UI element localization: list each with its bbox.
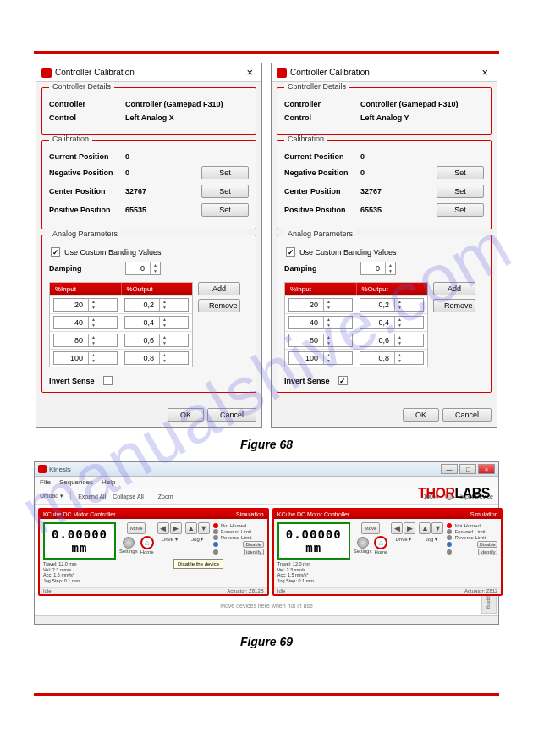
spin-up-icon[interactable]: ▲ <box>395 317 404 323</box>
spin-down-icon[interactable]: ▼ <box>324 323 333 328</box>
spin-down-icon[interactable]: ▼ <box>89 323 98 328</box>
input-spinner[interactable]: 80▲▼ <box>288 334 353 347</box>
drive-right-button[interactable]: ▶ <box>404 522 415 534</box>
set-positive-button[interactable]: Set <box>437 203 484 217</box>
expand-all-button[interactable]: Expand All <box>78 494 106 499</box>
input-spinner[interactable]: 40▲▼ <box>53 316 118 329</box>
output-spinner[interactable]: 0,2▲▼ <box>360 298 424 312</box>
spin-down-icon[interactable]: ▼ <box>89 358 98 364</box>
drive-label[interactable]: Drive ▾ <box>162 536 178 542</box>
drive-label[interactable]: Drive ▾ <box>396 536 412 542</box>
set-positive-button[interactable]: Set <box>201 203 249 217</box>
menu-sequences[interactable]: Sequences <box>59 478 93 486</box>
set-negative-button[interactable]: Set <box>437 166 484 179</box>
spin-up-icon[interactable]: ▲ <box>160 317 169 323</box>
output-spinner[interactable]: 0,6▲▼ <box>360 334 424 347</box>
spin-up-icon[interactable]: ▲ <box>395 334 404 340</box>
maximize-button[interactable]: □ <box>459 464 476 474</box>
spin-up-icon[interactable]: ▲ <box>324 334 333 340</box>
output-spinner[interactable]: 0,8▲▼ <box>124 351 189 365</box>
spin-up-icon[interactable]: ▲ <box>89 299 98 305</box>
input-spinner[interactable]: 40▲▼ <box>288 316 353 329</box>
move-button[interactable]: Move <box>127 522 146 534</box>
input-spinner[interactable]: 20▲▼ <box>288 298 353 312</box>
input-spinner[interactable]: 20▲▼ <box>53 298 118 312</box>
identify-button[interactable]: Identify <box>244 549 264 555</box>
invert-sense-checkbox[interactable]: ✓ <box>338 376 348 385</box>
jog-label[interactable]: Jog ▾ <box>426 536 437 542</box>
spin-down-icon[interactable]: ▼ <box>395 340 404 346</box>
spin-down-icon[interactable]: ▼ <box>395 323 404 328</box>
spin-down-icon[interactable]: ▼ <box>395 358 404 364</box>
unload-menu[interactable]: Unload ▾ <box>40 493 63 499</box>
ok-button[interactable]: OK <box>403 408 439 422</box>
damping-spinner[interactable]: 0▲▼ <box>125 262 161 275</box>
spin-down-icon[interactable]: ▼ <box>324 305 333 311</box>
spin-down-icon[interactable]: ▼ <box>151 268 160 274</box>
output-spinner[interactable]: 0,6▲▼ <box>124 334 189 347</box>
spin-down-icon[interactable]: ▼ <box>160 358 169 364</box>
input-spinner[interactable]: 100▲▼ <box>53 351 118 365</box>
drive-left-button[interactable]: ◀ <box>391 522 403 534</box>
disable-button[interactable]: Disable <box>243 541 263 548</box>
use-custom-checkbox[interactable]: ✓ <box>51 247 60 257</box>
output-spinner[interactable]: 0,2▲▼ <box>124 298 189 312</box>
cancel-button[interactable]: Cancel <box>442 408 492 422</box>
collapse-all-button[interactable]: Collapse All <box>113 494 144 499</box>
move-button[interactable]: Move <box>361 522 380 534</box>
spin-up-icon[interactable]: ▲ <box>89 317 98 323</box>
spin-up-icon[interactable]: ▲ <box>160 352 169 358</box>
home-button[interactable]: ⌂ <box>140 536 154 549</box>
spin-up-icon[interactable]: ▲ <box>324 299 333 305</box>
output-spinner[interactable]: 0,4▲▼ <box>124 316 189 329</box>
invert-sense-checkbox[interactable] <box>103 376 113 385</box>
output-spinner[interactable]: 0,4▲▼ <box>360 316 424 329</box>
set-center-button[interactable]: Set <box>201 185 249 198</box>
damping-spinner[interactable]: 0▲▼ <box>360 262 396 275</box>
drive-left-button[interactable]: ◀ <box>157 522 169 534</box>
set-center-button[interactable]: Set <box>437 185 484 198</box>
jog-down-button[interactable]: ▼ <box>198 522 210 534</box>
spin-up-icon[interactable]: ▲ <box>151 262 160 268</box>
home-button[interactable]: ⌂ <box>374 536 387 549</box>
spin-up-icon[interactable]: ▲ <box>324 317 333 323</box>
spin-up-icon[interactable]: ▲ <box>386 262 395 268</box>
jog-down-button[interactable]: ▼ <box>431 522 443 534</box>
cancel-button[interactable]: Cancel <box>207 408 256 422</box>
jog-up-button[interactable]: ▲ <box>419 522 431 534</box>
spin-up-icon[interactable]: ▲ <box>89 334 98 340</box>
spin-up-icon[interactable]: ▲ <box>160 334 169 340</box>
add-button[interactable]: Add <box>433 282 475 295</box>
output-spinner[interactable]: 0,8▲▼ <box>360 351 424 365</box>
use-custom-checkbox[interactable]: ✓ <box>286 247 295 257</box>
spin-down-icon[interactable]: ▼ <box>160 323 169 328</box>
close-icon[interactable]: × <box>478 66 492 79</box>
spin-down-icon[interactable]: ▼ <box>386 268 395 274</box>
spin-down-icon[interactable]: ▼ <box>160 305 169 311</box>
input-spinner[interactable]: 100▲▼ <box>288 351 353 365</box>
spin-up-icon[interactable]: ▲ <box>160 299 169 305</box>
minimize-button[interactable]: — <box>441 464 458 474</box>
spin-up-icon[interactable]: ▲ <box>324 352 333 358</box>
spin-down-icon[interactable]: ▼ <box>160 340 169 346</box>
ok-button[interactable]: OK <box>168 408 204 422</box>
set-negative-button[interactable]: Set <box>201 166 249 179</box>
menu-file[interactable]: File <box>40 478 51 486</box>
spin-up-icon[interactable]: ▲ <box>89 352 98 358</box>
gear-icon[interactable] <box>123 537 135 549</box>
add-button[interactable]: Add <box>198 282 240 295</box>
gear-icon[interactable] <box>357 537 369 549</box>
disable-button[interactable]: Disable <box>477 541 497 548</box>
spin-down-icon[interactable]: ▼ <box>324 358 333 364</box>
spin-up-icon[interactable]: ▲ <box>395 352 404 358</box>
input-spinner[interactable]: 80▲▼ <box>53 334 118 347</box>
identify-button[interactable]: Identify <box>478 549 498 555</box>
drive-right-button[interactable]: ▶ <box>170 522 182 534</box>
spin-up-icon[interactable]: ▲ <box>395 299 404 305</box>
spin-down-icon[interactable]: ▼ <box>395 305 404 311</box>
remove-button[interactable]: Remove <box>433 299 475 312</box>
spin-down-icon[interactable]: ▼ <box>89 305 98 311</box>
jog-up-button[interactable]: ▲ <box>185 522 197 534</box>
close-icon[interactable]: × <box>243 66 256 79</box>
spin-down-icon[interactable]: ▼ <box>89 340 98 346</box>
